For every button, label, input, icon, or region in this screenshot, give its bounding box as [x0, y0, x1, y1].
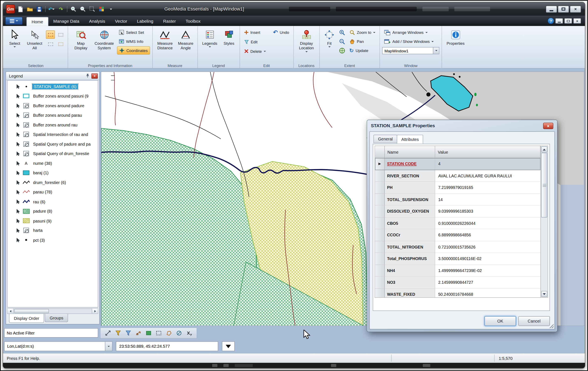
dialog-title-bar[interactable]: STATION_SAMPLE Properties × — [367, 120, 557, 131]
title-bar[interactable]: Gm ↶ ↷ GeoMedia Essentials - [MapWindow1… — [3, 2, 585, 16]
active-filter-field[interactable] — [4, 328, 98, 338]
cancel-button[interactable]: Cancel — [518, 316, 550, 326]
circle-fence-button[interactable] — [175, 329, 183, 337]
zoom-out-button[interactable] — [338, 37, 346, 45]
table-row[interactable]: TOTAL_SUSPENSION 14 — [375, 194, 541, 205]
display-location-button[interactable]: Display Location — [296, 27, 317, 62]
legend-item[interactable]: Buffer zones around padure — [8, 101, 98, 110]
legend-item[interactable]: Buffer zones around parau — [8, 110, 98, 120]
overview-quick-button[interactable] — [97, 5, 106, 13]
tab-raster[interactable]: Raster — [158, 16, 181, 26]
select-mode-polygon-toggle[interactable] — [46, 40, 55, 48]
map-window-combobox[interactable]: MapWindow1 — [382, 47, 439, 54]
pan-button[interactable]: Pan — [347, 37, 377, 45]
dashed-fence-button[interactable] — [155, 329, 163, 337]
coordinate-format-combobox[interactable]: Lon,Lat(d:m:s) — [4, 341, 113, 351]
undo-ribbon-button[interactable]: ↶ Undo — [271, 28, 291, 36]
combo-dropdown-button[interactable] — [433, 47, 439, 54]
quick-access-dropdown[interactable] — [107, 5, 115, 13]
zoom-fit-quick-button[interactable] — [88, 5, 96, 13]
station-sample-properties-dialog[interactable]: STATION_SAMPLE Properties × General Attr… — [367, 120, 557, 332]
measure-angle-button[interactable]: Measure Angle — [176, 27, 195, 62]
table-row[interactable]: CCOCr 6.8899998664856 — [375, 229, 541, 241]
tab-groups[interactable]: Groups — [45, 314, 68, 322]
zoom-in-button[interactable] — [338, 28, 346, 36]
scroll-left-button[interactable] — [8, 309, 14, 314]
pin-icon[interactable] — [86, 73, 89, 78]
feature-filter-button[interactable] — [135, 329, 142, 337]
update-button[interactable]: ↻ Update — [347, 46, 377, 55]
legend-item[interactable]: drum_forestier (6) — [8, 178, 98, 187]
legend-horizontal-scrollbar[interactable] — [7, 308, 98, 314]
table-row[interactable]: RIVER_SECTION AVAL LAC ACUMULARE GURA RA… — [375, 170, 541, 182]
ok-button[interactable]: OK — [484, 316, 516, 326]
coordinate-readout-field[interactable] — [116, 341, 218, 351]
styles-button[interactable]: Styles — [221, 27, 237, 62]
table-row[interactable]: PH 7.21999979019165 — [375, 182, 541, 193]
tab-general[interactable]: General — [373, 135, 397, 143]
measure-distance-button[interactable]: Measure Distance — [155, 27, 175, 62]
scroll-up-button[interactable] — [541, 146, 547, 153]
select-mode-add-toggle[interactable] — [56, 31, 65, 39]
geomedia-logo-icon[interactable]: Gm — [6, 5, 15, 14]
edit-button[interactable]: Edit — [242, 38, 268, 46]
legend-item[interactable]: Spatial Query of drum_forestie — [8, 149, 98, 159]
table-row[interactable]: NO3 2.14599990844727 — [375, 277, 541, 288]
table-row[interactable]: NH4 1.49999996647239E-02 — [375, 265, 541, 277]
child-restore-button[interactable] — [564, 18, 572, 24]
legend-item[interactable]: pct (3) — [8, 235, 98, 245]
open-button[interactable] — [26, 5, 34, 13]
help-button[interactable]: ? — [548, 18, 554, 24]
add-show-windows-button[interactable]: Add / Show Windows — [382, 37, 439, 45]
polygon-fence-button[interactable] — [165, 329, 173, 337]
table-row[interactable]: TOTAL_NITROGEN 0.721000015735626 — [375, 241, 541, 253]
fit-button[interactable]: Fit — [322, 27, 337, 62]
wms-info-button[interactable]: WMS Info — [117, 37, 150, 45]
table-row[interactable]: DISSOLVED_OXYGEN 9.03999996185303 — [375, 205, 541, 217]
tab-analysis[interactable]: Analysis — [84, 16, 110, 26]
attributes-table[interactable]: Name Value ▶ STATION CODE 4 RIVER_SECTIO… — [375, 146, 548, 298]
legend-item[interactable]: Spatial Query of padure and pa — [8, 139, 98, 149]
scroll-down-button[interactable] — [541, 291, 547, 297]
save-button[interactable] — [35, 5, 43, 13]
child-close-button[interactable]: × — [573, 18, 581, 24]
fence-rectangle-button[interactable] — [145, 329, 153, 337]
exclude-filter-button[interactable] — [186, 329, 193, 337]
legend-item[interactable]: padure (8) — [8, 207, 98, 216]
legend-item[interactable]: STATION_SAMPLE (6) — [8, 82, 98, 91]
tab-attributes[interactable]: Attributes — [397, 135, 423, 144]
legend-item[interactable]: Anume (38) — [8, 158, 98, 168]
legend-item[interactable]: Spatial Intersection of rau and — [8, 130, 98, 139]
legend-item[interactable]: Buffer zones around pasuni (9 — [8, 91, 98, 101]
properties-button[interactable]: Properties — [444, 27, 467, 62]
coordinate-dropdown-button[interactable] — [222, 341, 235, 351]
zoom-out-quick-button[interactable] — [79, 5, 87, 13]
table-row[interactable]: ▶ STATION CODE 4 — [375, 158, 541, 170]
legend-item[interactable]: pasuni (9) — [8, 216, 98, 226]
spatial-filter-button[interactable] — [125, 329, 132, 337]
insert-button[interactable]: Insert — [242, 28, 268, 36]
table-row[interactable]: CBO5 0.910000026226044 — [375, 217, 541, 229]
delete-button[interactable]: Delete — [242, 47, 268, 55]
tab-toolbox[interactable]: Toolbox — [181, 16, 205, 26]
coordinate-system-button[interactable]: Coordinate System — [93, 27, 116, 62]
legend-item[interactable]: rau (6) — [8, 197, 98, 207]
legend-close-button[interactable]: × — [91, 73, 98, 78]
legend-panel-header[interactable]: Legend × — [6, 72, 99, 80]
pointer-tool-button[interactable] — [104, 329, 112, 337]
minimize-button[interactable] — [546, 5, 557, 12]
tab-display-order[interactable]: Display Order — [9, 314, 44, 323]
tab-labeling[interactable]: Labeling — [132, 16, 158, 26]
tab-vector[interactable]: Vector — [110, 16, 132, 26]
tab-home[interactable]: Home — [26, 17, 48, 26]
redo-button[interactable]: ↷ — [57, 5, 65, 13]
tab-manage-data[interactable]: Manage Data — [48, 16, 84, 26]
legend-item[interactable]: parau (78) — [8, 187, 98, 197]
legends-button[interactable]: Legends — [200, 27, 220, 62]
maximize-button[interactable] — [558, 5, 569, 12]
application-menu-button[interactable] — [5, 17, 23, 25]
legend-item[interactable]: baraj (1) — [8, 168, 98, 178]
undo-button[interactable]: ↶ — [47, 5, 56, 13]
scrollbar-thumb[interactable] — [14, 309, 49, 313]
child-minimize-button[interactable] — [555, 18, 563, 24]
